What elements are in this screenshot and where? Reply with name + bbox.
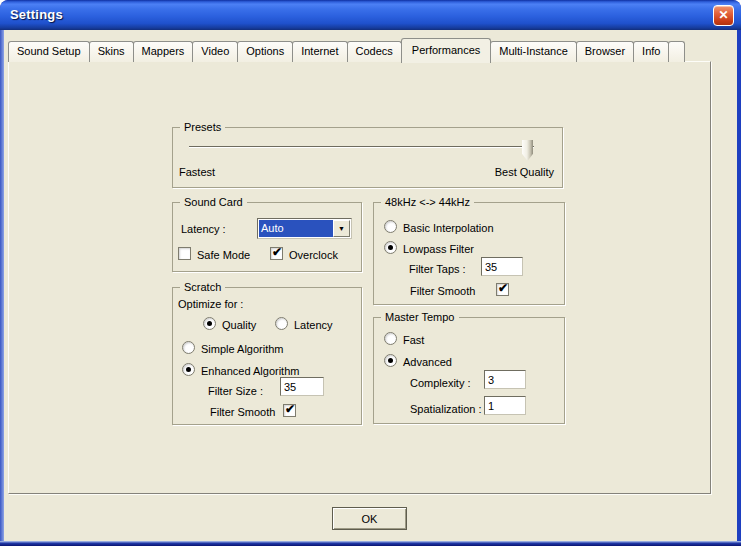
tab-internet[interactable]: Internet — [292, 41, 347, 62]
scratch-group: Scratch Optimize for : Quality Latency S… — [172, 287, 362, 425]
lowpass-filter-label: Lowpass Filter — [403, 243, 474, 256]
master-tempo-group-title: Master Tempo — [381, 311, 459, 324]
enhanced-algorithm-radio[interactable] — [182, 363, 195, 376]
fast-radio[interactable] — [384, 332, 397, 345]
complexity-label: Complexity : — [410, 377, 471, 390]
advanced-radio[interactable] — [384, 354, 397, 367]
sound-card-group: Sound Card Latency : Auto ▼ Safe Mode ✔ … — [172, 202, 362, 272]
tab-info[interactable]: Info — [633, 41, 669, 62]
tab-multi-instance[interactable]: Multi-Instance — [490, 41, 576, 62]
ok-button[interactable]: OK — [332, 507, 407, 530]
filter-taps-label: Filter Taps : — [409, 263, 466, 276]
tab-video[interactable]: Video — [192, 41, 238, 62]
spatialization-label: Spatialization : — [410, 403, 482, 416]
latency-label: Latency : — [181, 223, 226, 236]
safe-mode-checkbox[interactable] — [178, 247, 191, 260]
check-icon: ✔ — [498, 281, 508, 295]
resample-group-title: 48kHz <-> 44kHz — [381, 196, 474, 209]
basic-interpolation-radio[interactable] — [384, 220, 397, 233]
tab-bar: Sound SetupSkinsMappersVideoOptionsInter… — [8, 37, 684, 62]
tab-stub — [668, 41, 685, 62]
performances-tab-panel — [8, 61, 711, 494]
title-bar[interactable]: Settings ✕ — [0, 0, 741, 30]
advanced-label: Advanced — [403, 356, 452, 369]
tab-sound-setup[interactable]: Sound Setup — [8, 41, 90, 62]
optimize-for-label: Optimize for : — [178, 298, 243, 311]
scratch-latency-label: Latency — [294, 319, 333, 332]
sound-card-group-title: Sound Card — [180, 196, 247, 209]
scratch-filter-smooth-label: Filter Smooth — [210, 406, 275, 419]
resample-filter-smooth-label: Filter Smooth — [410, 285, 475, 298]
simple-algorithm-radio[interactable] — [182, 341, 195, 354]
spatialization-input[interactable] — [484, 396, 526, 415]
check-icon: ✔ — [272, 245, 282, 259]
latency-dropdown[interactable]: Auto ▼ — [257, 218, 352, 239]
safe-mode-label: Safe Mode — [197, 249, 250, 262]
presets-slider-track[interactable] — [189, 146, 534, 148]
window-border-bottom — [0, 541, 741, 546]
dropdown-arrow-icon[interactable]: ▼ — [333, 220, 350, 237]
lowpass-filter-radio[interactable] — [384, 241, 397, 254]
window-border-left — [0, 30, 4, 546]
tab-skins[interactable]: Skins — [89, 41, 134, 62]
simple-algorithm-label: Simple Algorithm — [201, 343, 284, 356]
master-tempo-group: Master Tempo Fast Advanced Complexity : … — [373, 317, 565, 424]
close-button[interactable]: ✕ — [713, 5, 734, 26]
tab-mappers[interactable]: Mappers — [133, 41, 194, 62]
presets-min-label: Fastest — [179, 166, 215, 179]
presets-group: Presets Fastest Best Quality — [172, 127, 563, 188]
latency-radio[interactable] — [275, 317, 288, 330]
presets-group-title: Presets — [180, 121, 225, 134]
fast-label: Fast — [403, 334, 424, 347]
overclock-label: Overclock — [289, 249, 338, 262]
presets-slider-thumb[interactable] — [522, 140, 533, 161]
filter-size-label: Filter Size : — [208, 385, 263, 398]
overclock-checkbox[interactable]: ✔ — [270, 247, 283, 260]
tab-browser[interactable]: Browser — [576, 41, 634, 62]
tab-options[interactable]: Options — [237, 41, 293, 62]
check-icon: ✔ — [285, 402, 295, 416]
tab-codecs[interactable]: Codecs — [347, 41, 402, 62]
tab-performances[interactable]: Performances — [401, 38, 491, 63]
presets-max-label: Best Quality — [495, 166, 554, 179]
latency-selected-value: Auto — [259, 220, 333, 237]
filter-taps-input[interactable] — [481, 257, 523, 276]
filter-size-input[interactable] — [280, 377, 324, 396]
resample-group: 48kHz <-> 44kHz Basic Interpolation Lowp… — [373, 202, 565, 305]
settings-window: Settings ✕ Sound SetupSkinsMappersVideoO… — [0, 0, 741, 546]
quality-radio[interactable] — [203, 317, 216, 330]
scratch-filter-smooth-checkbox[interactable]: ✔ — [283, 404, 296, 417]
basic-interpolation-label: Basic Interpolation — [403, 222, 494, 235]
complexity-input[interactable] — [484, 370, 526, 389]
resample-filter-smooth-checkbox[interactable]: ✔ — [496, 283, 509, 296]
window-title: Settings — [10, 7, 63, 22]
quality-label: Quality — [222, 319, 256, 332]
scratch-group-title: Scratch — [180, 281, 225, 294]
close-icon: ✕ — [718, 8, 728, 22]
